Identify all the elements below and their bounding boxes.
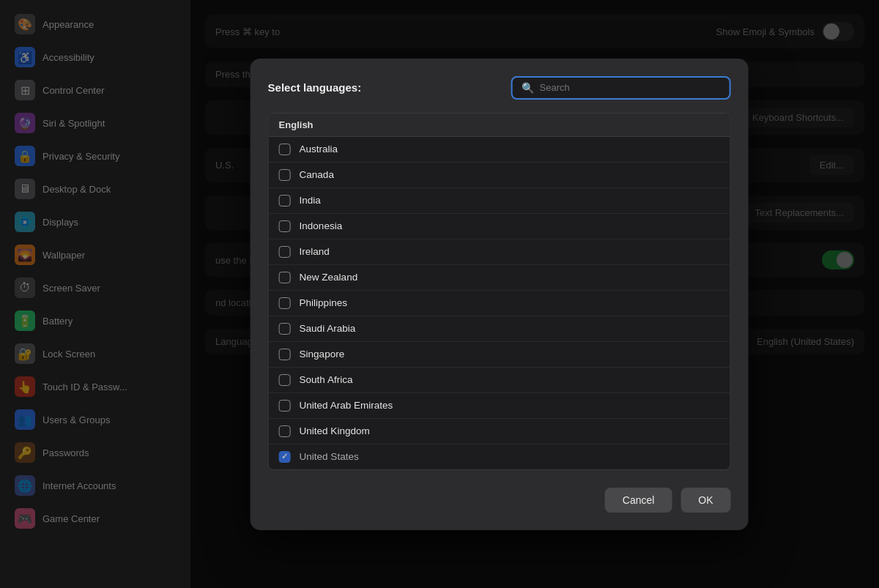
search-input[interactable] bbox=[540, 82, 721, 93]
cancel-button[interactable]: Cancel bbox=[605, 488, 672, 513]
lang-item-saudi-arabia[interactable]: Saudi Arabia bbox=[269, 316, 730, 342]
checkbox-india[interactable] bbox=[279, 195, 291, 206]
lang-label-saudi-arabia: Saudi Arabia bbox=[300, 323, 356, 334]
lang-item-uk[interactable]: United Kingdom bbox=[269, 419, 730, 444]
lang-item-singapore[interactable]: Singapore bbox=[269, 342, 730, 368]
lang-label-canada: Canada bbox=[300, 169, 334, 180]
dialog-header: Select languages: 🔍 bbox=[268, 76, 731, 100]
lang-label-india: India bbox=[300, 195, 321, 206]
checkbox-new-zealand[interactable] bbox=[279, 272, 291, 283]
lang-label-indonesia: Indonesia bbox=[300, 220, 343, 231]
checkbox-ireland[interactable] bbox=[279, 246, 291, 258]
lang-label-ireland: Ireland bbox=[300, 246, 330, 257]
search-box[interactable]: 🔍 bbox=[511, 76, 731, 100]
checkbox-canada[interactable] bbox=[279, 169, 291, 181]
language-list: English AustraliaCanadaIndiaIndonesiaIre… bbox=[268, 113, 731, 470]
lang-item-india[interactable]: India bbox=[269, 188, 730, 214]
lang-label-new-zealand: New Zealand bbox=[300, 272, 358, 283]
lang-item-australia[interactable]: Australia bbox=[269, 137, 730, 163]
dialog-title: Select languages: bbox=[268, 81, 362, 94]
lang-label-uk: United Kingdom bbox=[300, 425, 370, 436]
search-icon: 🔍 bbox=[522, 82, 534, 94]
checkbox-singapore[interactable] bbox=[279, 349, 291, 360]
lang-item-indonesia[interactable]: Indonesia bbox=[269, 214, 730, 239]
checkbox-philippines[interactable] bbox=[279, 297, 291, 309]
checkbox-uae[interactable] bbox=[279, 400, 291, 412]
lang-group-header: English bbox=[269, 113, 730, 137]
checkbox-indonesia[interactable] bbox=[279, 220, 291, 232]
checkbox-south-africa[interactable] bbox=[279, 374, 291, 386]
lang-label-australia: Australia bbox=[300, 144, 338, 155]
lang-item-new-zealand[interactable]: New Zealand bbox=[269, 265, 730, 291]
checkbox-australia[interactable] bbox=[279, 144, 291, 155]
select-languages-dialog: Select languages: 🔍 English AustraliaCan… bbox=[251, 59, 749, 530]
lang-item-ireland[interactable]: Ireland bbox=[269, 239, 730, 265]
checkbox-us[interactable] bbox=[279, 451, 291, 463]
lang-item-us[interactable]: United States bbox=[269, 444, 730, 469]
lang-item-south-africa[interactable]: South Africa bbox=[269, 368, 730, 393]
lang-item-uae[interactable]: United Arab Emirates bbox=[269, 393, 730, 419]
checkbox-saudi-arabia[interactable] bbox=[279, 323, 291, 335]
ok-button[interactable]: OK bbox=[680, 488, 730, 513]
lang-item-philippines[interactable]: Philippines bbox=[269, 291, 730, 316]
lang-label-uae: United Arab Emirates bbox=[300, 400, 393, 411]
dialog-footer: Cancel OK bbox=[268, 488, 731, 513]
checkbox-uk[interactable] bbox=[279, 425, 291, 437]
lang-label-south-africa: South Africa bbox=[300, 374, 353, 385]
lang-label-singapore: Singapore bbox=[300, 349, 345, 360]
lang-item-canada[interactable]: Canada bbox=[269, 163, 730, 188]
lang-label-us: United States bbox=[300, 451, 359, 462]
lang-label-philippines: Philippines bbox=[300, 297, 347, 308]
